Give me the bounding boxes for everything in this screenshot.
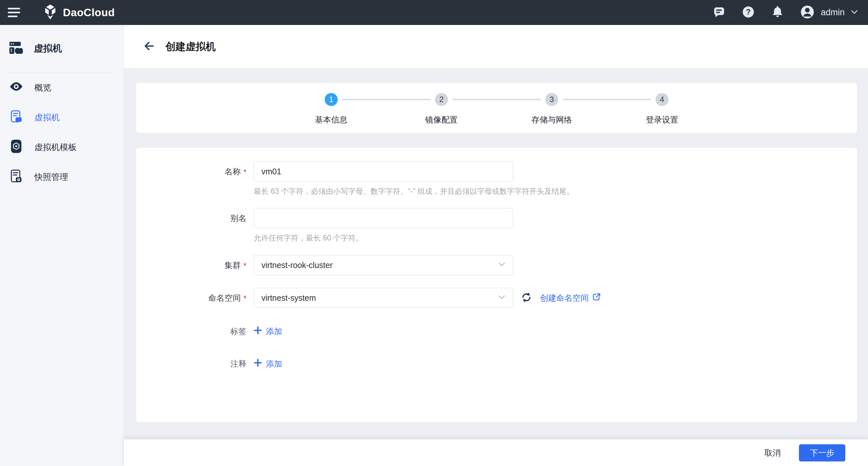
svg-text:?: ? bbox=[746, 7, 751, 16]
message-button[interactable] bbox=[712, 5, 726, 20]
next-button[interactable]: 下一步 bbox=[799, 444, 845, 462]
help-icon: ? bbox=[742, 5, 755, 20]
namespace-select[interactable]: virtnest-system bbox=[254, 288, 513, 308]
add-label: 添加 bbox=[266, 326, 282, 337]
required-asterisk: * bbox=[243, 168, 247, 177]
cluster-select-value: virtnest-rook-cluster bbox=[261, 261, 497, 270]
cancel-button[interactable]: 取消 bbox=[765, 447, 781, 458]
external-link-icon bbox=[592, 292, 601, 303]
sidebar-module: 虚拟机 bbox=[0, 25, 124, 72]
back-button[interactable] bbox=[143, 40, 155, 53]
annotations-add-button[interactable]: 添加 bbox=[254, 358, 282, 369]
step-storage-network[interactable]: 3 存储与网络 bbox=[497, 93, 607, 125]
cluster-field-row: 集群 * virtnest-rook-cluster bbox=[136, 255, 857, 275]
sidebar: 虚拟机 概览 虚拟机 bbox=[0, 25, 124, 466]
user-menu[interactable]: admin bbox=[800, 4, 858, 21]
sidebar-item-overview[interactable]: 概览 bbox=[0, 73, 124, 102]
avatar-icon bbox=[800, 4, 815, 21]
bell-icon bbox=[771, 5, 784, 20]
name-label: 名称 * bbox=[136, 161, 247, 181]
step-label: 登录设置 bbox=[646, 114, 678, 125]
step-image-config[interactable]: 2 镜像配置 bbox=[386, 93, 497, 125]
step-circle: 2 bbox=[435, 93, 448, 106]
message-icon bbox=[712, 5, 726, 20]
annotations-field-row: 注释 添加 bbox=[136, 357, 857, 370]
topbar: DaoCloud ? bbox=[0, 0, 868, 25]
menu-button[interactable] bbox=[8, 7, 23, 19]
chevron-down-icon bbox=[850, 9, 858, 16]
chevron-down-icon bbox=[497, 293, 506, 303]
namespace-label: 命名空间 * bbox=[136, 288, 247, 308]
arrow-left-icon bbox=[143, 40, 155, 53]
alias-field-row: 别名 bbox=[136, 208, 857, 228]
labels-label: 标签 bbox=[136, 325, 247, 338]
chevron-down-icon bbox=[497, 260, 506, 270]
step-basic-info[interactable]: 1 基本信息 bbox=[276, 93, 386, 125]
sidebar-item-label: 虚拟机 bbox=[34, 112, 60, 123]
alias-help-text: 允许任何字符，最长 60 个字符。 bbox=[254, 233, 363, 243]
topbar-actions: ? admin bbox=[712, 4, 858, 21]
step-login-settings[interactable]: 4 登录设置 bbox=[607, 93, 717, 125]
sidebar-nav: 概览 虚拟机 虚拟机模板 bbox=[0, 73, 124, 192]
create-namespace-link[interactable]: 创建命名空间 bbox=[540, 292, 601, 303]
step-label: 镜像配置 bbox=[425, 114, 458, 125]
refresh-icon bbox=[519, 290, 534, 306]
sidebar-item-snapshots[interactable]: 快照管理 bbox=[0, 162, 124, 192]
create-namespace-label: 创建命名空间 bbox=[540, 293, 589, 303]
labels-field-row: 标签 添加 bbox=[136, 325, 857, 338]
stepper: 1 基本信息 2 镜像配置 3 存储与网络 4 登录设置 bbox=[136, 83, 857, 133]
vm-module-icon bbox=[8, 40, 24, 57]
alias-input[interactable] bbox=[254, 208, 513, 228]
labels-add-button[interactable]: 添加 bbox=[254, 326, 282, 337]
required-asterisk: * bbox=[243, 261, 247, 271]
vm-icon bbox=[9, 109, 23, 126]
plus-icon bbox=[254, 358, 262, 369]
step-circle: 4 bbox=[655, 93, 669, 106]
daocloud-logo-icon bbox=[43, 4, 58, 21]
page-header: 创建虚拟机 bbox=[124, 25, 868, 68]
annotations-label: 注释 bbox=[136, 357, 247, 370]
name-field-row: 名称 * bbox=[136, 161, 857, 181]
add-label: 添加 bbox=[266, 358, 282, 369]
namespace-field-row: 命名空间 * virtnest-system 创建命名空间 bbox=[136, 288, 857, 308]
brand[interactable]: DaoCloud bbox=[43, 4, 115, 21]
name-input[interactable] bbox=[254, 161, 513, 181]
sidebar-item-label: 概览 bbox=[34, 82, 51, 93]
required-asterisk: * bbox=[243, 294, 247, 303]
namespace-select-value: virtnest-system bbox=[261, 293, 497, 303]
snapshot-icon bbox=[9, 169, 23, 186]
sidebar-item-label: 快照管理 bbox=[34, 171, 68, 183]
step-label: 存储与网络 bbox=[532, 114, 572, 125]
vm-template-icon bbox=[9, 139, 23, 156]
eye-icon bbox=[9, 79, 23, 96]
step-circle: 1 bbox=[325, 93, 338, 106]
step-circle: 3 bbox=[545, 93, 558, 106]
name-help-text: 最长 63 个字符，必须由小写字母、数字字符、“-” 组成，并且必须以字母或数字… bbox=[254, 186, 574, 196]
sidebar-item-vm-templates[interactable]: 虚拟机模板 bbox=[0, 132, 124, 162]
cluster-label: 集群 * bbox=[136, 255, 247, 275]
alias-label: 别名 bbox=[136, 208, 247, 228]
brand-name: DaoCloud bbox=[63, 6, 115, 19]
page-title: 创建虚拟机 bbox=[165, 40, 216, 54]
user-name: admin bbox=[820, 7, 845, 18]
plus-icon bbox=[254, 326, 262, 336]
sidebar-item-virtual-machines[interactable]: 虚拟机 bbox=[0, 102, 124, 132]
refresh-namespaces-button[interactable] bbox=[519, 290, 534, 306]
hamburger-icon bbox=[8, 8, 20, 9]
basic-info-form: 名称 * 最长 63 个字符，必须由小写字母、数字字符、“-” 组成，并且必须以… bbox=[136, 148, 857, 422]
step-label: 基本信息 bbox=[315, 114, 347, 125]
sidebar-item-label: 虚拟机模板 bbox=[34, 142, 76, 153]
wizard-footer: 取消 下一步 bbox=[124, 439, 868, 466]
notifications-button[interactable] bbox=[771, 5, 784, 20]
cluster-select[interactable]: virtnest-rook-cluster bbox=[254, 255, 513, 275]
sidebar-title: 虚拟机 bbox=[34, 42, 62, 55]
help-button[interactable]: ? bbox=[742, 5, 755, 20]
